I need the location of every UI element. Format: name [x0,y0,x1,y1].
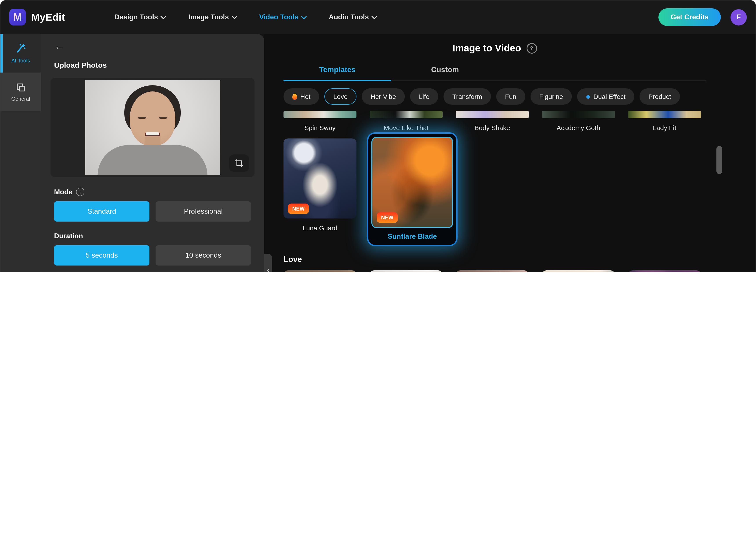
nav-audio-tools[interactable]: Audio Tools [329,13,376,21]
template-french-kiss[interactable]: French Kiss [370,270,443,272]
crop-button[interactable] [229,154,249,172]
diamond-icon: ◆ [586,93,590,100]
template-thumbnail[interactable] [628,270,701,272]
duration-5s-button[interactable]: 5 seconds [54,245,149,266]
template-thumbnail[interactable] [370,270,443,272]
chip-love[interactable]: Love [325,88,356,105]
rail-label: General [11,96,30,102]
template-warm-hug[interactable]: Warm Hug [456,270,529,272]
left-rail: AI Tools General [0,34,41,272]
template-thumbnail[interactable] [370,111,443,118]
template-tender-kiss[interactable]: Tender Kiss [283,270,356,272]
template-tabs: Templates Custom [283,61,706,81]
template-sunflare-blade-selected[interactable]: NEW Sunflare Blade [367,132,458,246]
get-credits-button[interactable]: Get Credits [658,8,721,26]
user-avatar[interactable]: F [731,9,747,25]
selected-template-label: Sunflare Blade [371,228,453,243]
chip-product[interactable]: Product [640,88,680,105]
upload-photos-title: Upload Photos [54,61,254,70]
chip-figurine[interactable]: Figurine [531,88,572,105]
tab-templates[interactable]: Templates [283,61,391,80]
new-badge: NEW [288,204,309,214]
info-icon[interactable]: i [76,188,84,196]
template-thumbnail[interactable] [542,270,615,272]
help-icon[interactable]: ? [526,43,537,54]
uploaded-photo-card [51,78,254,177]
template-move-like-that[interactable]: Move Like That [370,111,443,131]
back-arrow-icon[interactable]: ← [54,41,67,51]
chip-fun[interactable]: Fun [496,88,525,105]
nav-design-tools[interactable]: Design Tools [114,13,165,21]
template-thumbnail[interactable] [542,111,615,118]
main-content: Image to Video ? Templates Custom Hot Lo… [264,34,756,272]
photo-art [98,145,207,175]
tool-panel: ← Upload Photos [41,34,264,272]
template-body-shake[interactable]: Body Shake [456,111,529,131]
template-cheek-kiss[interactable]: Cheek Kiss [542,270,615,272]
template-lady-fit[interactable]: Lady Fit [628,111,701,131]
template-thumbnail[interactable]: NEW [283,138,356,218]
chevron-down-icon [232,13,237,19]
chip-life[interactable]: Life [410,88,438,105]
myedit-logo-icon[interactable]: M [9,9,26,25]
love-section-title: Love [283,255,706,264]
template-thumbnail[interactable] [456,111,529,118]
flame-icon [292,93,297,100]
template-academy-goth[interactable]: Academy Goth [542,111,615,131]
nav-image-tools[interactable]: Image Tools [188,13,236,21]
sidebar-item-ai-tools[interactable]: AI Tools [0,34,41,73]
chevron-down-icon [301,13,307,19]
template-spin-sway[interactable]: Spin Sway [283,111,356,131]
template-thumbnail[interactable] [283,270,356,272]
sidebar-item-general[interactable]: General [0,73,41,111]
mode-standard-button[interactable]: Standard [54,201,149,222]
featured-template-row: NEW Luna Guard NEW Sunflare Blade [283,138,706,246]
top-navbar: M MyEdit Design Tools Image Tools Video … [0,0,756,34]
chip-her-vibe[interactable]: Her Vibe [362,88,405,105]
vertical-scrollbar-thumb[interactable] [716,146,722,174]
template-luna-guard[interactable]: NEW Luna Guard [283,138,356,232]
page-title: Image to Video [453,43,521,54]
template-row-scrolled: Spin Sway Move Like That Body Shake [283,111,706,131]
chip-transform[interactable]: Transform [443,88,491,105]
template-cupid-arrow[interactable]: Cupid Arrow [628,270,701,272]
template-thumbnail[interactable] [283,111,356,118]
template-thumbnail[interactable] [628,111,701,118]
love-row-1: Tender Kiss French Kiss Warm Hug Ch [283,270,706,272]
tab-custom[interactable]: Custom [391,61,499,80]
brand-name[interactable]: MyEdit [31,11,65,23]
duration-label: Duration [54,232,83,240]
new-badge: NEW [377,212,398,223]
chevron-down-icon [371,13,377,19]
chevron-down-icon [161,13,166,19]
layers-icon [15,82,26,93]
rail-label: AI Tools [11,57,30,64]
nav-video-tools[interactable]: Video Tools [259,13,306,21]
chip-dual-effect[interactable]: ◆Dual Effect [577,88,634,105]
chip-hot[interactable]: Hot [283,88,319,105]
category-chips: Hot Love Her Vibe Life Transform Fun Fig… [283,88,706,105]
template-thumbnail[interactable] [456,270,529,272]
mode-professional-button[interactable]: Professional [156,201,251,222]
template-thumbnail[interactable]: NEW [371,137,453,228]
panel-collapse-handle[interactable]: ‹ [264,254,272,272]
app-window: M MyEdit Design Tools Image Tools Video … [0,0,756,272]
duration-10s-button[interactable]: 10 seconds [156,245,251,266]
uploaded-photo [85,80,220,175]
nav-links: Design Tools Image Tools Video Tools Aud… [114,13,376,21]
mode-label: Mode [54,188,73,196]
magic-wand-icon [15,43,26,54]
crop-icon [235,159,244,167]
